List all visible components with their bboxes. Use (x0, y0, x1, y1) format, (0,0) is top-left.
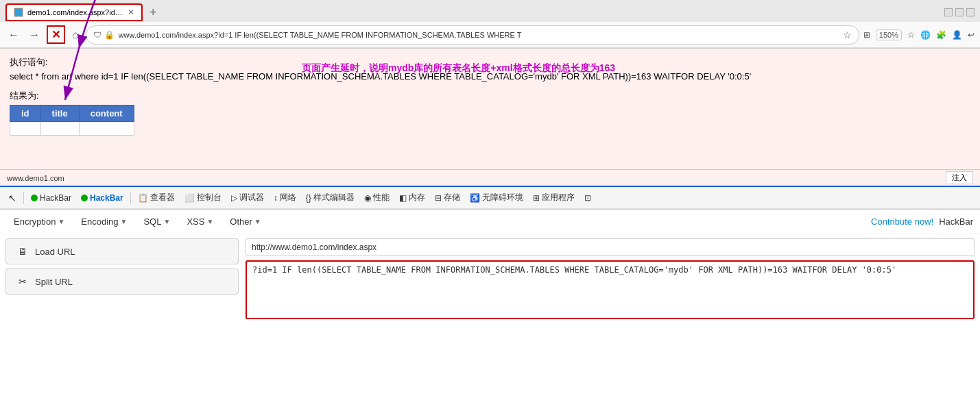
hackbar-label-2: HackBar (90, 193, 123, 203)
network-icon: ↕ (274, 193, 278, 203)
clipboard-icon: 📋 (138, 193, 148, 203)
encoding-label: Encoding (81, 216, 118, 227)
inspector-icon: ↖ (8, 192, 16, 203)
puzzle-icon: 🧩 (936, 30, 946, 40)
other-label: Other (230, 216, 252, 227)
split-url-button[interactable]: ✂ Split URL (5, 269, 239, 295)
bookmark-icon[interactable]: ☆ (843, 29, 852, 40)
new-tab-button[interactable]: + (145, 5, 161, 20)
menu-other[interactable]: Other ▼ (223, 214, 267, 229)
status-input-button[interactable]: 注入 (946, 171, 973, 184)
accessibility-label: 无障碍环境 (482, 192, 523, 203)
devtools-inspector-tab[interactable]: 📋 查看器 (134, 190, 179, 205)
menu-encryption[interactable]: Encryption ▼ (7, 214, 71, 229)
menu-sql[interactable]: SQL ▼ (136, 214, 177, 229)
back-button[interactable]: ← (5, 27, 22, 42)
separator (23, 192, 24, 204)
other-arrow: ▼ (254, 218, 261, 225)
result-table: id title content (10, 105, 134, 136)
devtools-memory-tab[interactable]: ◧ 内存 (395, 190, 429, 205)
perf-label: 性能 (373, 192, 390, 203)
result-label: 结果为: (10, 90, 970, 102)
star-icon[interactable]: ☆ (907, 30, 915, 40)
style-label: 样式编辑器 (313, 192, 355, 203)
sql-label: SQL (143, 216, 161, 227)
play-icon: ▷ (231, 193, 237, 203)
storage-icon: ⊟ (435, 193, 442, 203)
accessibility-icon: ♿ (470, 193, 480, 203)
back-icon2[interactable]: ↩ (968, 30, 975, 40)
tab-title: demo1.com/index.aspx?id=1 (27, 8, 123, 16)
perf-icon: ◉ (364, 193, 371, 203)
menu-encoding[interactable]: Encoding ▼ (74, 214, 134, 229)
memory-icon: ◧ (399, 193, 407, 203)
devtools-inspector[interactable]: ↖ (4, 191, 21, 205)
split-url-label: Split URL (35, 277, 73, 287)
status-domain: www.demo1.com (7, 174, 64, 182)
forward-button[interactable]: → (26, 27, 43, 42)
application-icon: ⊞ (533, 193, 540, 203)
minimize-button[interactable] (944, 8, 953, 16)
memory-label: 内存 (409, 192, 425, 203)
separator (130, 192, 131, 204)
devtools-console-tab[interactable]: ⬜ 控制台 (180, 190, 226, 205)
hackbar-menu: Encryption ▼ Encoding ▼ SQL ▼ XSS ▼ Othe… (0, 210, 980, 234)
network-label: 网络 (280, 192, 296, 203)
tab-close-button[interactable]: ✕ (128, 8, 134, 17)
application-label: 应用程序 (542, 192, 575, 203)
window-close-button[interactable] (966, 8, 975, 16)
menu-xss[interactable]: XSS ▼ (180, 214, 220, 229)
hackbar-dot-2 (81, 195, 88, 201)
table-header-content: content (79, 105, 134, 121)
annotation-text: 页面产生延时，说明mydb库的所有表名长度+xml格式长度的总长度为163 (302, 62, 615, 75)
url-input-bottom[interactable] (246, 260, 975, 319)
tab-bar: 🌐 demo1.com/index.aspx?id=1 ✕ + (0, 0, 980, 22)
active-tab[interactable]: 🌐 demo1.com/index.aspx?id=1 ✕ (5, 3, 143, 21)
devtools-bar: ↖ HackBar HackBar 📋 查看器 ⬜ 控制台 ▷ 调试器 ↕ 网络 (0, 186, 980, 209)
devtools-network-tab[interactable]: ↕ 网络 (270, 190, 300, 205)
globe-icon: 🌐 (920, 30, 931, 40)
encryption-arrow: ▼ (58, 218, 64, 225)
hackbar-panel: Encryption ▼ Encoding ▼ SQL ▼ XSS ▼ Othe… (0, 209, 980, 323)
encoding-arrow: ▼ (121, 218, 128, 225)
hackbar-title: HackBar (939, 216, 973, 227)
stop-reload-button[interactable]: ✕ (47, 25, 65, 44)
maximize-button[interactable] (955, 8, 964, 16)
devtools-style-tab[interactable]: {} 样式编辑器 (302, 190, 359, 205)
hackbar-item-1[interactable]: HackBar (27, 192, 75, 204)
load-url-icon: 🖥 (16, 245, 29, 258)
address-bar[interactable]: 🛡 🔒 www.demo1.com/index.aspx?id=1 IF len… (86, 25, 859, 45)
nav-bar: ← → ✕ ⌂ 🛡 🔒 www.demo1.com/index.aspx?id=… (0, 22, 980, 48)
hackbar-item-2[interactable]: HackBar (77, 192, 128, 204)
profile-icon[interactable]: 👤 (952, 30, 962, 40)
hackbar-buttons: 🖥 Load URL ✂ Split URL (5, 238, 239, 319)
devtools-storage-tab[interactable]: ⊟ 存储 (431, 190, 464, 205)
devtools-perf-tab[interactable]: ◉ 性能 (360, 190, 394, 205)
table-header-title: title (40, 105, 79, 121)
nav-right: ⊞ 150% ☆ 🌐 🧩 👤 ↩ (863, 29, 975, 40)
extensions-icon: ⊞ (863, 30, 870, 40)
split-url-icon: ✂ (16, 275, 29, 288)
home-button[interactable]: ⌂ (69, 27, 82, 42)
devtools-more[interactable]: ⊡ (580, 192, 595, 204)
devtools-accessibility-tab[interactable]: ♿ 无障碍环境 (466, 190, 527, 205)
xss-label: XSS (187, 216, 204, 227)
contribute-link[interactable]: Contribute now! (871, 216, 933, 227)
devtools-debugger-tab[interactable]: ▷ 调试器 (227, 190, 268, 205)
url-input-top[interactable] (246, 238, 975, 256)
shield-icon: 🛡 (93, 30, 101, 40)
hackbar-inputs (246, 238, 975, 319)
tab-favicon: 🌐 (14, 8, 23, 17)
storage-label: 存储 (444, 192, 460, 203)
zoom-level[interactable]: 150% (876, 29, 902, 40)
load-url-button[interactable]: 🖥 Load URL (5, 238, 239, 264)
devtools-application-tab[interactable]: ⊞ 应用程序 (529, 190, 579, 205)
address-text: www.demo1.com/index.aspx?id=1 IF len((SE… (119, 31, 839, 39)
sql-arrow: ▼ (163, 218, 170, 225)
xss-arrow: ▼ (206, 218, 213, 225)
console-label: 控制台 (197, 192, 222, 203)
hackbar-main: 🖥 Load URL ✂ Split URL (0, 234, 980, 323)
table-cell (40, 121, 79, 135)
console-icon: ⬜ (184, 193, 195, 203)
hackbar-label-1: HackBar (40, 193, 71, 203)
